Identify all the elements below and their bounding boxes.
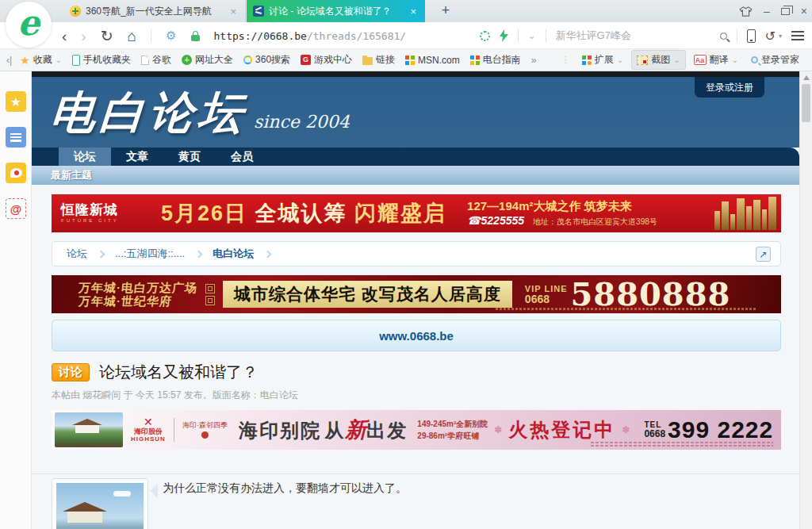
new-tab-button[interactable]: + bbox=[435, 0, 457, 22]
external-link-icon[interactable]: ↗ bbox=[756, 247, 771, 262]
breadcrumb-current[interactable]: 电白论坛 bbox=[213, 247, 254, 261]
sidebar-mail-at-icon[interactable]: @ bbox=[6, 198, 26, 219]
chevron-down-icon: ⌄ bbox=[617, 56, 623, 64]
tab-360-nav[interactable]: 360导航_新一代安全上网导航 × bbox=[63, 0, 246, 22]
speed-lightning-icon[interactable] bbox=[500, 29, 508, 42]
forward-button-icon[interactable]: › bbox=[81, 29, 86, 44]
tab2-close-icon[interactable]: × bbox=[408, 6, 419, 17]
site-settings-gear-icon[interactable]: ⚙ bbox=[166, 29, 176, 43]
scrollbar-thumb[interactable] bbox=[802, 84, 810, 122]
translate-button[interactable]: Aa 翻译 ⌄ bbox=[689, 51, 743, 69]
post-body-text: 为什么正常没有办法进入，要翻墙才可以进入了。 bbox=[163, 481, 765, 496]
extensions-button[interactable]: 扩展 ⌄ bbox=[577, 51, 628, 69]
menu-hamburger-icon[interactable] bbox=[791, 31, 804, 40]
latest-topics-label[interactable]: 最新主题 bbox=[32, 166, 799, 185]
thread-type-badge[interactable]: 讨论 bbox=[52, 363, 90, 381]
wannian-project-names: 万年城·电白万达广场 万年城·世纪华府 bbox=[52, 281, 197, 309]
more-bookmarks-icon[interactable]: » bbox=[531, 55, 537, 66]
ad-banner-wannian[interactable]: 万年城·电白万达广场 万年城·世纪华府 城市综合体华宅 改写茂名人居高度 VIP… bbox=[52, 275, 781, 313]
bookmarks-bar: ‹| ★ 收藏 ⌄ 手机收藏夹 谷歌 + 网址大全 360搜索 G 游戏中心 链… bbox=[0, 49, 812, 71]
bookmark-links-folder[interactable]: 链接 bbox=[362, 53, 395, 67]
divider bbox=[737, 29, 737, 42]
hot-registration-text: 火热登记中 bbox=[508, 417, 615, 443]
browser-logo[interactable]: e bbox=[6, 2, 52, 48]
breadcrumb-forum-link[interactable]: 论坛 bbox=[67, 247, 87, 261]
breadcrumb: 论坛 ...:五湖四海::.... 电白论坛 ↗ bbox=[52, 241, 781, 266]
ring-icon bbox=[243, 56, 252, 64]
bookmark-favorites[interactable]: ★ 收藏 ⌄ bbox=[20, 53, 62, 67]
https-lock-icon[interactable] bbox=[191, 35, 200, 41]
vip-phone-number: 5880888 bbox=[571, 278, 731, 310]
search-input[interactable]: 新华社评G7峰会 bbox=[556, 29, 710, 43]
login-manager-button[interactable]: 登录管家 bbox=[746, 51, 804, 69]
sidebar-favorites-star-icon[interactable]: ★ bbox=[6, 91, 26, 112]
scroll-up-arrow-icon[interactable] bbox=[803, 75, 810, 80]
search-icon[interactable] bbox=[720, 33, 727, 40]
bookmark-label: 网址大全 bbox=[195, 53, 233, 67]
forum-subnav: 最新主题 bbox=[32, 166, 799, 185]
login-register-button[interactable]: 登录或注册 bbox=[695, 77, 764, 98]
wannian-headline: 城市综合体华宅 改写茂名人居高度 bbox=[223, 281, 512, 308]
tab1-favicon-360nav-icon bbox=[70, 6, 81, 17]
nav-tab-articles[interactable]: 文章 bbox=[111, 148, 163, 166]
tab-forum-thread-active[interactable]: 讨论 - 论坛域名又被和谐了？ × bbox=[247, 0, 425, 22]
sidebar-news-feed-icon[interactable] bbox=[6, 127, 26, 148]
ad-banner-highsun[interactable]: ✕ 海印股份 HIGHSUN 海印·森邻四季 海印别院 从新出发 149-245… bbox=[52, 410, 781, 450]
forum-logo[interactable]: 电白论坛 since 2004 bbox=[51, 83, 350, 144]
phone-icon bbox=[72, 55, 80, 66]
forum-nav-bar: 论坛 文章 黄页 会员 bbox=[32, 148, 799, 166]
ad-banner-hengloong[interactable]: 恒隆新城 FUTURE CITY 5月26日 全城认筹 闪耀盛启 127—194… bbox=[52, 194, 781, 232]
domain-notice-text: www.0668.be bbox=[379, 329, 454, 343]
tool-label: 截图 bbox=[651, 53, 670, 67]
bookmark-game-center[interactable]: G 游戏中心 bbox=[301, 53, 352, 67]
browser-logo-letter: e bbox=[17, 6, 40, 40]
bookmark-radio-guide[interactable]: 电台指南 bbox=[470, 53, 521, 67]
bookmark-site-directory[interactable]: + 网址大全 bbox=[182, 53, 233, 67]
nav-tab-forum[interactable]: 论坛 bbox=[59, 148, 111, 166]
headline-new: 新 bbox=[345, 417, 366, 442]
bookmark-msn[interactable]: MSN.com bbox=[405, 55, 460, 66]
undo-history-icon[interactable]: ↺ bbox=[765, 29, 776, 44]
tab1-title: 360导航_新一代安全上网导航 bbox=[86, 5, 223, 18]
chevron-down-icon: ⌄ bbox=[673, 56, 680, 64]
headline-from: 从 bbox=[324, 420, 345, 441]
sidebar-weibo-icon[interactable] bbox=[6, 163, 26, 183]
domain-notice-box[interactable]: www.0668.be bbox=[52, 320, 781, 351]
villa-photo bbox=[55, 412, 123, 447]
nav-tab-yellow-pages[interactable]: 黄页 bbox=[163, 148, 216, 166]
dropdown-chevron-icon[interactable]: ⌄ bbox=[528, 30, 536, 41]
nav-tab-members[interactable]: 会员 bbox=[216, 148, 268, 166]
hengloong-logo: 恒隆新城 FUTURE CITY bbox=[52, 203, 161, 223]
bookmark-label: 链接 bbox=[376, 53, 395, 67]
home-button-icon[interactable]: ⌂ bbox=[128, 29, 136, 44]
collapse-sidebar-icon[interactable]: ‹| bbox=[6, 55, 12, 66]
url-host: https://0668.be bbox=[214, 30, 307, 42]
radio-guide-logo-icon bbox=[470, 56, 480, 65]
undo-caret-icon[interactable]: ▾ bbox=[779, 33, 782, 40]
screenshot-aperture-icon[interactable] bbox=[480, 31, 490, 41]
bookmark-google[interactable]: 谷歌 bbox=[141, 53, 171, 67]
back-button-icon[interactable]: ‹ bbox=[62, 29, 67, 44]
bookmark-label: 收藏 bbox=[33, 53, 52, 67]
bookmark-mobile-favorites[interactable]: 手机收藏夹 bbox=[72, 53, 131, 67]
screenshot-button[interactable]: 截图 ⌄ bbox=[631, 50, 685, 70]
close-window-button[interactable]: × bbox=[801, 6, 807, 17]
breadcrumb-category-link[interactable]: ...:五湖四海::.... bbox=[115, 247, 185, 261]
refresh-button-icon[interactable]: ↻ bbox=[101, 29, 113, 44]
highsun-contact: TEL 0668 399 2222 bbox=[644, 418, 773, 442]
highsun-x-mark: ✕ bbox=[131, 416, 166, 428]
mobile-phone-icon[interactable] bbox=[747, 29, 756, 43]
tab1-close-icon[interactable]: × bbox=[228, 6, 239, 17]
minimize-button[interactable]: – bbox=[764, 6, 770, 17]
maximize-button[interactable] bbox=[781, 8, 790, 15]
poster-avatar[interactable] bbox=[52, 478, 148, 529]
hengloong-logo-subtext: FUTURE CITY bbox=[61, 218, 161, 224]
red-seal-icon bbox=[201, 431, 209, 439]
theme-shirt-icon[interactable] bbox=[739, 6, 753, 17]
offer-1: 149-245m²全新别院 bbox=[417, 418, 488, 430]
bookmark-360-search[interactable]: 360搜索 bbox=[243, 53, 290, 67]
url-text[interactable]: https://0668.be/threads/165681/ bbox=[214, 30, 407, 42]
scrollbar[interactable] bbox=[799, 71, 812, 529]
chevron-down-icon: ⌄ bbox=[56, 56, 62, 64]
forum-logo-title: 电白论坛 bbox=[48, 83, 249, 144]
